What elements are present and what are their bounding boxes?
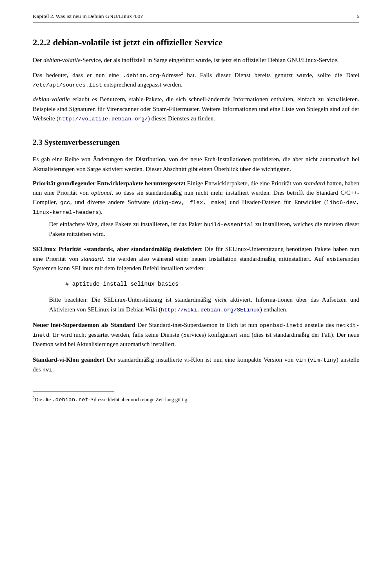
block3-bold-label: Neuer inet-Superdaemon als Standard: [33, 322, 135, 328]
section-2-2-2: 2.2.2 debian-volatile ist jetzt ein offi…: [33, 36, 359, 124]
section-2-2-2-para1: Der debian-volatile-Service, der als ino…: [33, 56, 359, 65]
definition-block-2: SELinux Priorität »standard«, aber stand…: [33, 245, 359, 314]
section-2-2-2-heading: 2.2.2 debian-volatile ist jetzt ein offi…: [33, 36, 359, 49]
footnote-text: 2Die alte .debian.net-Adresse bleibt abe…: [33, 395, 359, 405]
para2-text-mid: -Adresse: [159, 72, 181, 78]
definition-block-3: Neuer inet-Superdaemon als Standard Der …: [33, 320, 359, 349]
block2-code-line: # aptitude install selinux-basics: [65, 281, 178, 287]
block2-para: SELinux Priorität »standard«, aber stand…: [33, 245, 359, 273]
block1-text4: ).: [99, 209, 102, 215]
footnote-divider: [33, 391, 114, 391]
block2-note-end: ) enthalten.: [260, 306, 287, 313]
para1-italic: debian-volatile: [43, 57, 80, 63]
block2-italic1: standard: [81, 256, 103, 262]
footnote-area: 2Die alte .debian.net-Adresse bleibt abe…: [33, 391, 359, 405]
block2-note-para: Bitte beachten: Die SELinux-Unterstützun…: [49, 295, 359, 314]
para2-code2: /etc/apt/sources.list: [33, 82, 102, 88]
block1-bold-label: Priorität grundlegender Entwicklerpakete…: [33, 180, 185, 187]
section-2-3-intro: Es gab eine Reihe von Änderungen der Dis…: [33, 155, 359, 174]
para1-text-start: Der: [33, 57, 43, 63]
page-header: Kapitel 2. Was ist neu in Debian GNU/Lin…: [33, 12, 359, 22]
header-title: Kapitel 2. Was ist neu in Debian GNU/Lin…: [33, 12, 143, 20]
block2-note-italic: nicht: [214, 296, 227, 303]
block4-code2: vim-tiny: [310, 357, 336, 363]
block2-bold-label: SELinux Priorität »standard«, aber stand…: [33, 246, 202, 252]
block4-text-mid: (: [306, 356, 310, 363]
block2-note-link[interactable]: http://wiki.debian.org/SELinux: [161, 307, 260, 313]
block1-text2: , und diverse andere Software (: [70, 199, 155, 205]
para2-text-rest: hat. Falls dieser Dienst bereits genutzt…: [183, 72, 359, 78]
definition-block-4: Standard-vi-Klon geändert Der standardmä…: [33, 355, 359, 375]
footnote-code: .debian.net: [52, 397, 88, 403]
block1-italic2: optional: [91, 189, 111, 196]
block4-para: Standard-vi-Klon geändert Der standardmä…: [33, 355, 359, 375]
section-2-3: 2.3 Systemverbesserungen Es gab eine Rei…: [33, 137, 359, 375]
header-page-number: 6: [356, 12, 359, 20]
section-2-2-2-para2: Das bedeutet, dass er nun eine .debian.o…: [33, 70, 359, 90]
para2-text-start: Das bedeutet, dass er nun eine: [33, 72, 123, 78]
block1-italic1: standard: [303, 180, 325, 187]
block2-note-start: Bitte beachten: Die SELinux-Unterstützun…: [49, 296, 214, 303]
block1-para: Priorität grundlegender Entwicklerpakete…: [33, 179, 359, 217]
block3-text-start: Der Standard-inet-Superdaemon in Etch is…: [135, 322, 260, 328]
block2-code-block: # aptitude install selinux-basics: [65, 280, 359, 289]
para2-code1: .debian.org: [123, 73, 159, 79]
block3-text-mid: anstelle des: [303, 322, 336, 328]
para3-text-end: ) dieses Dienstes zu finden.: [148, 115, 215, 122]
footnote-text-start: Die alte: [35, 397, 52, 402]
para3-italic: debian-volatile: [33, 96, 70, 102]
block4-code3: nvi: [42, 367, 52, 373]
block3-code1: openbsd-inetd: [260, 322, 303, 329]
section-2-3-heading: 2.3 Systemverbesserungen: [33, 137, 359, 149]
block1-indent-para: Der einfachste Weg, diese Pakete zu inst…: [49, 220, 359, 239]
block2-note: Bitte beachten: Die SELinux-Unterstützun…: [49, 295, 359, 314]
block1-indent-code: build-essential: [204, 222, 254, 228]
para3-link[interactable]: http://volatile.debian.org/: [58, 116, 148, 122]
block4-text-final: .: [52, 366, 54, 373]
block1-indent: Der einfachste Weg, diese Pakete zu inst…: [49, 220, 359, 239]
para2-text-end: entsprechend angepasst werden.: [102, 81, 183, 88]
block1-code1: gcc: [60, 200, 70, 206]
block3-para: Neuer inet-Superdaemon als Standard Der …: [33, 320, 359, 349]
page: Kapitel 2. Was ist neu in Debian GNU/Lin…: [0, 0, 392, 578]
footnote-text-end: -Adresse bleibt aber noch einige Zeit la…: [88, 397, 188, 402]
para1-text-rest: -Service, der als inoffiziell in Sarge e…: [80, 57, 339, 63]
block1-text-start: Einige Entwicklerpakete, die eine Priori…: [185, 180, 303, 187]
block1-text3: ) und Header-Dateien für Entwickler (: [225, 199, 326, 205]
block1-indent-text: Der einfachste Weg, diese Pakete zu inst…: [49, 221, 204, 227]
section-2-2-2-para3: debian-volatile erlaubt es Benutzern, st…: [33, 95, 359, 123]
block4-bold-label: Standard-vi-Klon geändert: [33, 356, 104, 363]
block1-code2: dpkg-dev, flex, make: [155, 200, 225, 206]
definition-block-1: Priorität grundlegender Entwicklerpakete…: [33, 179, 359, 239]
block4-text-start: Der standardmäßig installierte vi-Klon i…: [104, 356, 296, 363]
block3-text-rest: . Er wird nicht gestartet werden, falls …: [33, 331, 359, 348]
block4-code1: vim: [296, 357, 305, 363]
